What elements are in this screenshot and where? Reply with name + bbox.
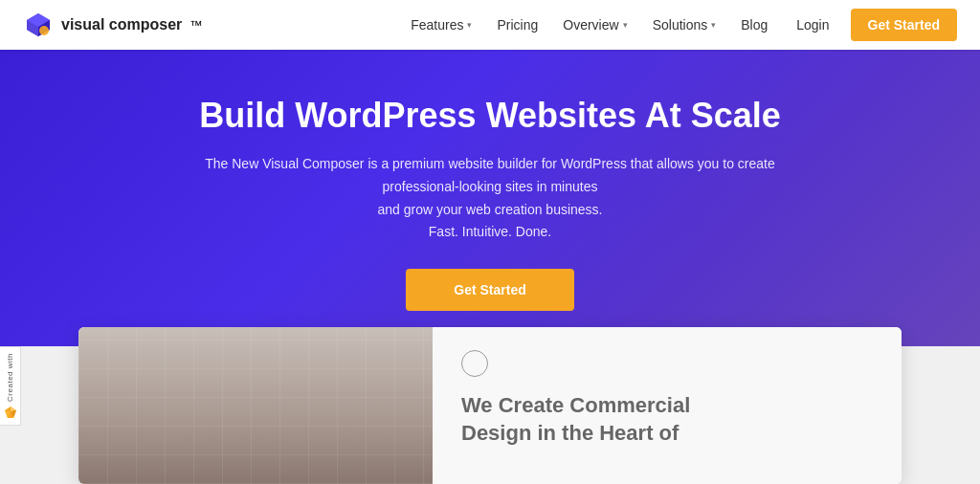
chevron-down-icon: ▾ <box>711 20 716 30</box>
preview-content: We Create Commercial Design in the Heart… <box>433 327 902 484</box>
logo-tm: ™ <box>189 18 202 33</box>
logo-icon <box>23 10 54 40</box>
nav-link-features[interactable]: Features ▾ <box>401 11 481 38</box>
hero-section: Build WordPress Websites At Scale The Ne… <box>0 50 980 346</box>
preview-section: We Create Commercial Design in the Heart… <box>0 346 980 484</box>
nav-item-pricing[interactable]: Pricing <box>487 11 547 38</box>
nav-link-pricing[interactable]: Pricing <box>487 11 547 38</box>
nav-links: Features ▾ Pricing Overview ▾ Solutions … <box>401 11 777 38</box>
hero-title: Build WordPress Websites At Scale <box>199 95 781 136</box>
navbar: visual composer™ Features ▾ Pricing Over… <box>0 0 980 50</box>
svg-point-4 <box>39 26 49 35</box>
preview-card: We Create Commercial Design in the Heart… <box>78 327 902 484</box>
created-with-badge: Created with <box>0 346 21 426</box>
nav-link-blog[interactable]: Blog <box>731 11 777 38</box>
preview-image-texture <box>78 327 433 484</box>
nav-item-solutions[interactable]: Solutions ▾ <box>643 11 726 38</box>
nav-item-overview[interactable]: Overview ▾ <box>553 11 636 38</box>
logo[interactable]: visual composer™ <box>23 10 203 40</box>
chevron-down-icon: ▾ <box>623 20 628 30</box>
side-badge-text: Created with <box>6 353 14 402</box>
nav-item-blog[interactable]: Blog <box>731 11 777 38</box>
hero-subtitle: The New Visual Composer is a premium web… <box>193 153 787 244</box>
gem-icon <box>4 406 17 419</box>
nav-link-solutions[interactable]: Solutions ▾ <box>643 11 726 38</box>
login-link[interactable]: Login <box>783 11 842 38</box>
chevron-down-icon: ▾ <box>467 20 472 30</box>
logo-text: visual composer <box>61 16 182 33</box>
preview-image <box>78 327 433 484</box>
nav-link-overview[interactable]: Overview ▾ <box>553 11 636 38</box>
preview-circle-decoration <box>461 350 488 377</box>
preview-heading: We Create Commercial Design in the Heart… <box>461 392 873 447</box>
hero-get-started-button[interactable]: Get Started <box>406 269 573 311</box>
nav-item-features[interactable]: Features ▾ <box>401 11 481 38</box>
nav-get-started-button[interactable]: Get Started <box>851 9 957 41</box>
